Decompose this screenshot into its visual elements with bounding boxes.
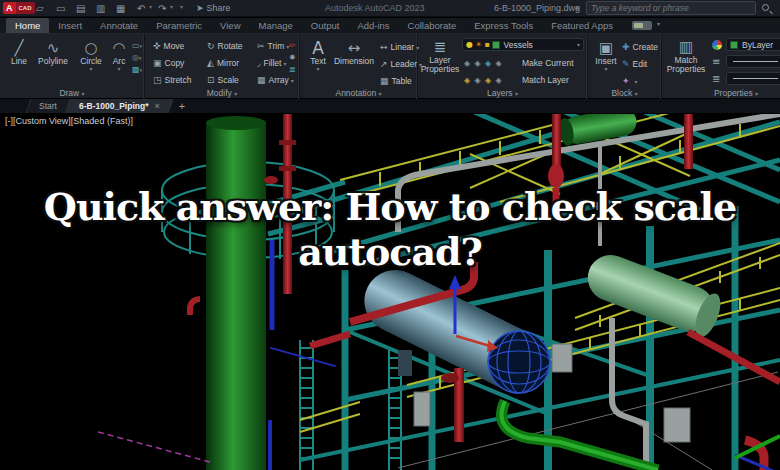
linetype-dropdown[interactable]: ByLayer [726,72,780,85]
close-tab-icon[interactable]: × [154,101,159,111]
share-button[interactable]: ➤Share [196,1,231,16]
copy-button[interactable]: ▣Copy [153,58,184,68]
linear-button[interactable]: ↔Linear▾ [380,42,419,53]
panel-label-layers[interactable]: Layers ▾ [418,88,587,98]
array-button[interactable]: ▦Array▾ [257,75,294,86]
chevron-down-icon: ▾ [82,90,85,97]
match-properties-icon: ▥ [664,39,708,56]
ellipse-icon[interactable]: ◎▾ [132,54,142,62]
tab-start[interactable]: Start [25,99,70,113]
panel-label-annotation[interactable]: Annotation ▾ [300,88,417,98]
quick-access-dropdown-icon[interactable]: ▾ [180,3,183,10]
save-as-icon[interactable]: ▥ [96,1,105,16]
tab-insert[interactable]: Insert [49,18,91,33]
tab-parametric[interactable]: Parametric [147,18,211,33]
layer-freeze-tool-icon[interactable]: ◈ [485,59,491,68]
rotate-button[interactable]: ↻Rotate [207,41,243,51]
panel-label-draw[interactable]: Draw ▾ [0,88,144,98]
leader-button[interactable]: ↗Leader▾ [380,59,422,70]
arc-button[interactable]: ◠Arc▾ [108,40,130,71]
leader-icon: ↗ [380,59,388,69]
panel-label-properties[interactable]: Properties ▾ [662,88,780,98]
caption-line1: Quick answer: How to check scale [0,184,780,229]
layer-off-icon[interactable]: ◈ [496,59,502,68]
hatch-icon[interactable]: ▩▾ [132,66,142,74]
panel-label-block[interactable]: Block ▾ [588,88,661,98]
layer-freeze-icon: ☀ [475,40,482,49]
lineweight-dropdown[interactable]: ByLayer [726,55,780,68]
tab-express-tools[interactable]: Express Tools [465,18,542,33]
tab-document[interactable]: 6-B-1000_Piping*× [65,99,173,113]
tab-featured-apps[interactable]: Featured Apps [542,18,622,33]
plot-icon[interactable]: ▦ [116,1,125,16]
redo-dropdown-icon[interactable]: ▾ [170,3,173,10]
create-block-icon: ✚ [622,42,630,52]
tab-home[interactable]: Home [6,18,49,33]
undo-icon[interactable]: ↶ [137,1,145,16]
linear-dimension-icon: ↔ [380,42,388,52]
open-file-icon[interactable]: ▭ [56,1,65,16]
rectangle-icon[interactable]: ▭▾ [132,42,142,50]
layer-isolate-icon[interactable]: ◈ [464,59,470,68]
circle-button[interactable]: ○Circle▾ [76,40,106,71]
panel-label-modify[interactable]: Modify ▾ [145,88,299,98]
fillet-button[interactable]: ◞Fillet▾ [257,58,286,69]
chevron-down-icon: ▾ [76,66,106,71]
new-drawing-button[interactable]: + [179,100,185,112]
move-button[interactable]: ✜Move [153,41,184,51]
layer-tools-row1: ◈ ◈ ◈ ◈ [464,58,504,68]
new-file-icon[interactable]: ▱ [36,1,44,16]
autocad-logo[interactable]: A CAD [3,2,35,14]
layer-color-swatch [492,41,500,49]
panel-draw: ╱Line ∿Polyline ○Circle▾ ◠Arc▾ ▭▾ ◎▾ ▩▾ … [0,34,145,99]
match-layer-button[interactable]: Match Layer [522,75,569,85]
tab-output[interactable]: Output [302,18,349,33]
layer-walk-icon[interactable]: ◈ [496,76,502,85]
save-icon[interactable]: ▤ [76,1,85,16]
stretch-button[interactable]: ◳Stretch [153,75,191,85]
mirror-button[interactable]: ◭Mirror [207,58,239,68]
ribbon-gallery-button[interactable]: ▾ [632,21,652,30]
insert-block-button[interactable]: ▣Insert▾ [592,40,620,71]
line-button[interactable]: ╱Line [6,40,32,66]
table-button[interactable]: ▦Table [380,76,412,86]
tab-manage[interactable]: Manage [250,18,302,33]
layer-properties-button[interactable]: ≣Layer Properties [420,39,460,74]
tab-collaborate[interactable]: Collaborate [399,18,466,33]
logo-cad-icon: CAD [16,2,35,14]
block-attributes-button[interactable]: ✦▾ [622,76,638,87]
layer-thaw-icon[interactable]: ◈ [485,76,491,85]
erase-icon[interactable]: ✏ [289,42,296,50]
chevron-down-icon: ▾ [657,20,660,27]
tab-add-ins[interactable]: Add-ins [348,18,398,33]
viewport-controls[interactable]: [-][Custom View][Shaded (Fast)] [5,116,133,126]
search-input[interactable] [591,3,751,13]
offset-icon[interactable]: ≣ [289,66,296,74]
object-color-dropdown[interactable]: ByLayer ▾ [726,38,780,51]
chevron-down-icon: ▾ [379,90,382,97]
layer-lock-tool-icon[interactable]: ◈ [464,76,470,85]
search-icon[interactable] [762,4,769,11]
scale-button[interactable]: ⊡Scale [207,75,239,85]
layer-unlock-icon[interactable]: ◈ [475,76,481,85]
search-history-icon[interactable]: ▸ [576,4,580,12]
explode-icon[interactable]: ✸ [289,54,296,62]
make-current-button[interactable]: Make Current [522,58,574,68]
edit-block-button[interactable]: ✎Edit [622,59,647,69]
layer-properties-icon: ≣ [420,39,460,56]
layer-unisolate-icon[interactable]: ◈ [475,59,481,68]
undo-dropdown-icon[interactable]: ▾ [149,3,152,10]
polyline-button[interactable]: ∿Polyline [34,40,72,66]
trim-button[interactable]: ✂Trim▾ [257,41,289,52]
create-block-button[interactable]: ✚Create [622,42,658,52]
match-properties-button[interactable]: ▥Match Properties [664,39,708,74]
drawing-viewport[interactable]: [-][Custom View][Shaded (Fast)] [0,114,780,470]
tab-annotate[interactable]: Annotate [91,18,147,33]
redo-icon[interactable]: ↷ [158,1,166,16]
tab-view[interactable]: View [211,18,249,33]
lineweight-sample [733,61,778,62]
layer-dropdown[interactable]: ● ☀ ▪ Vessels ▾ [462,38,584,51]
dimension-button[interactable]: ↔Dimension [330,40,378,66]
text-button[interactable]: AText▾ [305,40,331,71]
viewport-3d-model[interactable] [0,114,780,470]
